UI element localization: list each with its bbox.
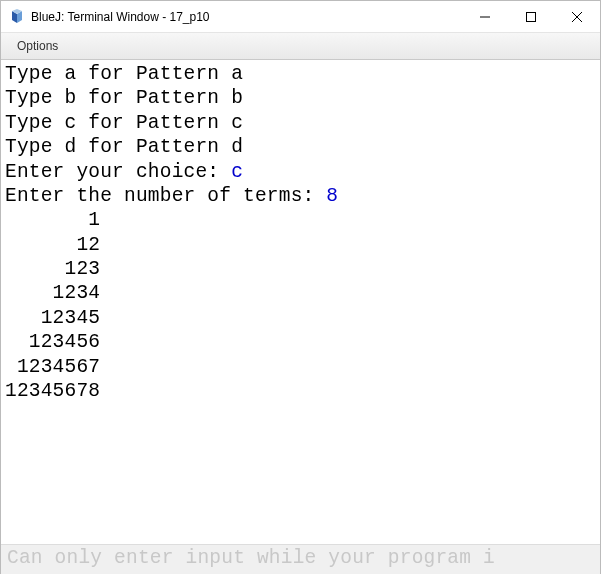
minimize-button[interactable] (462, 1, 508, 32)
terminal-line: Type b for Pattern b (5, 86, 596, 110)
terminal-line: 1234 (5, 281, 596, 305)
terminal-user-input: c (231, 161, 243, 183)
close-button[interactable] (554, 1, 600, 32)
bluej-icon (9, 9, 25, 25)
window-controls (462, 1, 600, 32)
terminal-text: Type d for Pattern d (5, 136, 243, 158)
terminal-line: 12345678 (5, 379, 596, 403)
terminal-text: Type c for Pattern c (5, 112, 243, 134)
terminal-input-disabled: Can only enter input while your program … (1, 544, 600, 574)
menubar: Options (1, 33, 600, 60)
terminal-line: 123456 (5, 330, 596, 354)
terminal-user-input: 8 (326, 185, 338, 207)
terminal-line: Enter your choice: c (5, 160, 596, 184)
titlebar[interactable]: BlueJ: Terminal Window - 17_p10 (1, 1, 600, 33)
terminal-line: Enter the number of terms: 8 (5, 184, 596, 208)
terminal-text: 123456 (5, 331, 100, 353)
terminal-line: 1 (5, 208, 596, 232)
terminal-text: 1234 (5, 282, 100, 304)
terminal-text: 1 (5, 209, 100, 231)
terminal-line: Type c for Pattern c (5, 111, 596, 135)
menu-options[interactable]: Options (11, 37, 64, 55)
terminal-text: Enter the number of terms: (5, 185, 326, 207)
terminal-text: 1234567 (5, 356, 100, 378)
svg-rect-1 (527, 12, 536, 21)
maximize-button[interactable] (508, 1, 554, 32)
window-title: BlueJ: Terminal Window - 17_p10 (31, 10, 462, 24)
terminal-line: 12 (5, 233, 596, 257)
terminal-line: 12345 (5, 306, 596, 330)
terminal-text: Type a for Pattern a (5, 63, 243, 85)
terminal-output: Type a for Pattern aType b for Pattern b… (1, 60, 600, 403)
terminal-line: Type a for Pattern a (5, 62, 596, 86)
terminal-text: 123 (5, 258, 100, 280)
terminal-text: 12345 (5, 307, 100, 329)
terminal-line: 123 (5, 257, 596, 281)
terminal-line: 1234567 (5, 355, 596, 379)
terminal-line: Type d for Pattern d (5, 135, 596, 159)
terminal-text: Type b for Pattern b (5, 87, 243, 109)
terminal-text: 12345678 (5, 380, 100, 402)
terminal-text: Enter your choice: (5, 161, 231, 183)
terminal-text: 12 (5, 234, 100, 256)
